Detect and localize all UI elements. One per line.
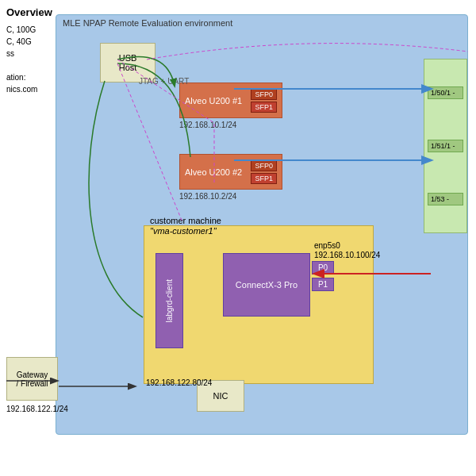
connectx-label: ConnectX-3 Pro [236,280,298,290]
alveo2-box: Alveo U200 #2 SFP0 SFP1 [179,154,282,190]
alveo1-sfp-group: SFP0 SFP1 [251,89,277,113]
labgrid-box: labgrd-client [155,253,183,348]
annotation-url: nics.com [6,83,37,95]
gateway-box: Gateway/ Firewall [6,357,58,401]
alveo1-label: Alveo U200 #1 [185,96,242,106]
gateway-ip: 192.168.122.1/24 [6,405,68,413]
customer-machine-vmname: "vma-customer1" [150,226,217,236]
customer-machine-label: customer machine [150,216,221,225]
nic-label: NIC [213,391,228,401]
gateway-label: Gateway/ Firewall [16,370,48,388]
alveo1-box: Alveo U200 #1 SFP0 SFP1 [179,83,282,118]
switch-port1: 1/50/1 - [428,86,463,99]
port-p0: P0 [312,261,334,274]
alveo2-sfp-group: SFP0 SFP1 [251,160,277,184]
alveo2-label: Alveo U200 #2 [185,167,242,177]
page: { "title": "Overview", "left_info": { "l… [0,0,476,476]
enp-label: enp5s0 [314,241,340,250]
alveo2-ip: 192.168.10.2/24 [179,192,236,201]
left-line-3: ss [6,48,37,60]
mle-container: MLE NPAP Remote Evaluation environment U… [56,14,468,435]
jtag-label: JTAG + UART [139,77,189,86]
alveo1-ip: 192.168.10.1/24 [179,121,236,129]
port-group: P0 P1 [312,261,334,291]
switch-box: 1/50/1 - 1/51/1 - 1/53 - [424,59,467,233]
port-p1: P1 [312,278,334,291]
left-line-1: C, 100G [6,24,37,36]
customer-ip: 192.168.10.100/24 [314,251,380,259]
annotation-label: ation: [6,71,37,83]
labgrid-label: labgrd-client [165,279,174,322]
alveo2-sfp0: SFP0 [251,160,277,171]
alveo1-sfp0: SFP0 [251,89,277,100]
nic-ip-label: 192.168.122.80/24 [146,378,212,387]
left-line-2: C, 40G [6,36,37,48]
mle-title: MLE NPAP Remote Evaluation environment [63,18,232,28]
connectx-box: ConnectX-3 Pro [223,253,310,317]
switch-port2: 1/51/1 - [428,140,463,152]
usb-host-label: USBHost [119,53,137,72]
alveo1-sfp1: SFP1 [251,102,277,113]
switch-port3: 1/53 - [428,193,463,205]
left-info: C, 100G C, 40G ss ation: nics.com [6,24,37,95]
alveo2-sfp1: SFP1 [251,173,277,184]
